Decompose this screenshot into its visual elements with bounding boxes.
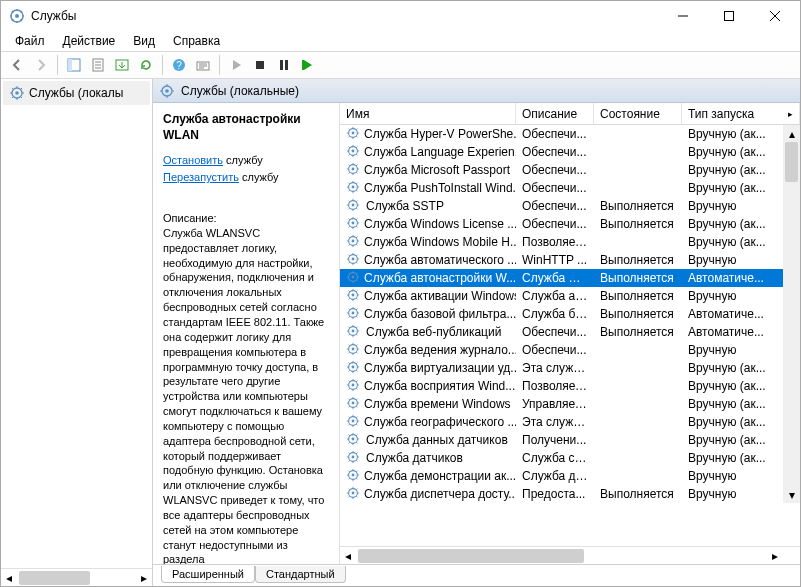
service-startup: Вручную (ак... bbox=[682, 451, 783, 465]
service-startup: Вручную (ак... bbox=[682, 361, 783, 375]
gear-icon bbox=[346, 468, 360, 484]
service-row[interactable]: Служба автонастройки W...Служба W...Выпо… bbox=[340, 269, 783, 287]
tree-node-services[interactable]: Службы (локалы bbox=[3, 81, 150, 105]
chevron-right-icon: ▸ bbox=[788, 109, 793, 119]
column-state[interactable]: Состояние bbox=[594, 103, 682, 124]
service-startup: Вручную (ак... bbox=[682, 163, 783, 177]
service-startup: Вручную bbox=[682, 469, 783, 483]
service-startup: Вручную (ак... bbox=[682, 433, 783, 447]
service-row[interactable]: Служба веб-публикацийОбеспечи...Выполняе… bbox=[340, 323, 783, 341]
stop-service-link[interactable]: Остановить bbox=[163, 154, 223, 166]
tab-standard[interactable]: Стандартный bbox=[255, 566, 346, 583]
service-row[interactable]: Служба Windows License ...Обеспечи...Вып… bbox=[340, 215, 783, 233]
toolbar-separator bbox=[57, 55, 58, 75]
service-row[interactable]: Служба активации WindowsСлужба ак...Выпо… bbox=[340, 287, 783, 305]
service-name: Служба восприятия Wind... bbox=[364, 379, 515, 393]
service-row[interactable]: Служба Hyper-V PowerShe...Обеспечи...Вру… bbox=[340, 125, 783, 143]
tab-extended[interactable]: Расширенный bbox=[161, 566, 255, 583]
gear-icon bbox=[346, 180, 360, 196]
properties-button[interactable] bbox=[86, 53, 110, 77]
svg-point-19 bbox=[352, 132, 355, 135]
minimize-button[interactable] bbox=[660, 2, 706, 30]
menu-action[interactable]: Действие bbox=[55, 32, 124, 50]
gear-icon bbox=[346, 234, 360, 250]
scroll-left-icon[interactable]: ◂ bbox=[340, 549, 356, 563]
menu-view[interactable]: Вид bbox=[125, 32, 163, 50]
tree-scrollbar[interactable]: ◂ ▸ bbox=[1, 568, 152, 586]
menu-help[interactable]: Справка bbox=[165, 32, 228, 50]
show-hide-tree-button[interactable] bbox=[62, 53, 86, 77]
selected-service-title: Служба автонастройки WLAN bbox=[163, 111, 329, 143]
service-startup: Автоматиче... bbox=[682, 307, 783, 321]
svg-point-21 bbox=[352, 150, 355, 153]
service-state: Выполняется bbox=[594, 253, 682, 267]
svg-point-41 bbox=[352, 330, 355, 333]
close-button[interactable] bbox=[752, 2, 798, 30]
restart-service-link[interactable]: Перезапустить bbox=[163, 171, 239, 183]
gear-icon bbox=[346, 144, 360, 160]
horizontal-scrollbar[interactable]: ◂ ▸ bbox=[340, 546, 800, 564]
service-row[interactable]: Служба Windows Mobile H...Позволяет...Вр… bbox=[340, 233, 783, 251]
service-row[interactable]: Служба PushToInstall Wind...Обеспечи...В… bbox=[340, 179, 783, 197]
menu-file[interactable]: Файл bbox=[7, 32, 53, 50]
column-name[interactable]: Имя bbox=[340, 103, 516, 124]
restart-service-button[interactable] bbox=[296, 53, 320, 77]
gear-icon bbox=[346, 252, 360, 268]
service-name: Служба диспетчера досту... bbox=[364, 487, 516, 501]
column-description[interactable]: Описание bbox=[516, 103, 594, 124]
service-row[interactable]: Служба датчиковСлужба се...Вручную (ак..… bbox=[340, 449, 783, 467]
svg-point-35 bbox=[352, 276, 355, 279]
service-state: Выполняется bbox=[594, 325, 682, 339]
svg-point-31 bbox=[352, 240, 355, 243]
svg-point-53 bbox=[352, 438, 355, 441]
refresh-button[interactable] bbox=[134, 53, 158, 77]
maximize-button[interactable] bbox=[706, 2, 752, 30]
scroll-right-icon[interactable]: ▸ bbox=[136, 571, 152, 585]
service-row[interactable]: Служба SSTPОбеспечи...ВыполняетсяВручную bbox=[340, 197, 783, 215]
start-service-button[interactable] bbox=[224, 53, 248, 77]
service-name: Служба демонстрации ак... bbox=[364, 469, 516, 483]
service-row[interactable]: Служба ведения журнало...Обеспечи...Вруч… bbox=[340, 341, 783, 359]
service-startup: Вручную (ак... bbox=[682, 415, 783, 429]
service-row[interactable]: Служба демонстрации ак...Служба де...Вру… bbox=[340, 467, 783, 485]
service-row[interactable]: Служба данных датчиковПолучени...Вручную… bbox=[340, 431, 783, 449]
service-name: Служба Hyper-V PowerShe... bbox=[364, 127, 516, 141]
help-button[interactable]: ? bbox=[167, 53, 191, 77]
scroll-right-icon[interactable]: ▸ bbox=[767, 549, 783, 563]
vertical-scrollbar[interactable]: ▴ ▾ bbox=[783, 125, 800, 503]
svg-point-51 bbox=[352, 420, 355, 423]
scroll-up-icon[interactable]: ▴ bbox=[783, 125, 800, 142]
forward-button[interactable] bbox=[29, 53, 53, 77]
service-name: Служба Windows License ... bbox=[364, 217, 516, 231]
service-row[interactable]: Служба диспетчера досту...Предоста...Вып… bbox=[340, 485, 783, 503]
service-startup: Вручную (ак... bbox=[682, 397, 783, 411]
service-description: Обеспечи... bbox=[516, 217, 594, 231]
svg-point-29 bbox=[352, 222, 355, 225]
service-row[interactable]: Служба Language Experien...Обеспечи...Вр… bbox=[340, 143, 783, 161]
view-tabs: Расширенный Стандартный bbox=[153, 564, 800, 586]
stop-service-button[interactable] bbox=[248, 53, 272, 77]
back-button[interactable] bbox=[5, 53, 29, 77]
service-row[interactable]: Служба базовой фильтра...Служба ба...Вып… bbox=[340, 305, 783, 323]
service-row[interactable]: Служба времени WindowsУправляет...Вручну… bbox=[340, 395, 783, 413]
service-row[interactable]: Служба восприятия Wind...Позволяет...Вру… bbox=[340, 377, 783, 395]
service-row[interactable]: Служба географического ...Эта служб...Вр… bbox=[340, 413, 783, 431]
svg-point-23 bbox=[352, 168, 355, 171]
service-startup: Автоматиче... bbox=[682, 325, 783, 339]
service-row[interactable]: Служба Microsoft PassportОбеспечи...Вруч… bbox=[340, 161, 783, 179]
service-name: Служба Language Experien... bbox=[364, 145, 516, 159]
gear-icon bbox=[346, 198, 362, 214]
window-title: Службы bbox=[31, 9, 660, 23]
export-button[interactable] bbox=[110, 53, 134, 77]
pause-service-button[interactable] bbox=[272, 53, 296, 77]
service-row[interactable]: Служба автоматического ...WinHTTP ...Вып… bbox=[340, 251, 783, 269]
column-startup[interactable]: Тип запуска ▸ bbox=[682, 103, 800, 124]
service-row[interactable]: Служба виртуализации уд...Эта служб...Вр… bbox=[340, 359, 783, 377]
manage-button[interactable] bbox=[191, 53, 215, 77]
svg-rect-11 bbox=[280, 60, 283, 70]
svg-point-1 bbox=[15, 14, 19, 18]
svg-point-25 bbox=[352, 186, 355, 189]
scroll-down-icon[interactable]: ▾ bbox=[783, 486, 800, 503]
list-body[interactable]: Служба Hyper-V PowerShe...Обеспечи...Вру… bbox=[340, 125, 800, 546]
scroll-left-icon[interactable]: ◂ bbox=[1, 571, 17, 585]
